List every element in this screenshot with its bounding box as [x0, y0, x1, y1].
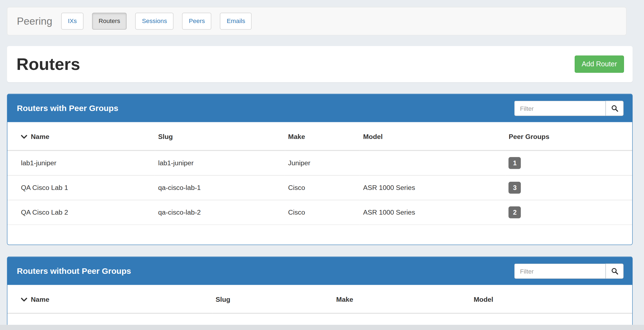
peer-group-count-badge: 1 — [509, 157, 521, 169]
page-container: Peering IXs Routers Sessions Peers Email… — [0, 0, 644, 330]
cell-model: ASR 1000 Series — [360, 200, 505, 225]
peer-group-count-badge: 3 — [509, 182, 521, 194]
cell-make: Juniper — [285, 150, 360, 175]
cell-model: ASR 1000 Series — [360, 175, 505, 200]
cell-model — [360, 150, 505, 175]
column-header-make[interactable]: Make — [285, 122, 360, 151]
search-icon — [611, 268, 618, 275]
nav-sessions-button[interactable]: Sessions — [135, 13, 173, 29]
column-header-slug[interactable]: Slug — [155, 122, 285, 151]
window-bottom-edge — [0, 325, 644, 330]
sort-chevron-down-icon — [21, 135, 27, 139]
column-header-model[interactable]: Model — [470, 285, 632, 314]
panel-heading: Routers without Peer Groups — [7, 257, 632, 285]
sort-chevron-down-icon — [21, 298, 27, 302]
peer-group-count-badge: 2 — [509, 206, 521, 218]
cell-slug: lab1-juniper — [155, 150, 285, 175]
nav-emails-button[interactable]: Emails — [220, 13, 252, 29]
column-header-slug[interactable]: Slug — [212, 285, 333, 314]
routers-without-peer-groups-table: Name Slug Make Model — [7, 285, 632, 314]
cell-make: Cisco — [285, 175, 360, 200]
search-button[interactable] — [606, 101, 624, 116]
filter-group — [514, 263, 624, 279]
panel-title: Routers with Peer Groups — [17, 103, 118, 113]
panel-heading: Routers with Peer Groups — [7, 94, 632, 122]
page-title: Routers — [16, 55, 80, 74]
cell-peer-groups: 1 — [505, 150, 632, 175]
page-header: Routers Add Router — [7, 46, 633, 82]
panel-body-spacer — [7, 225, 632, 245]
column-header-make[interactable]: Make — [333, 285, 471, 314]
panel-routers-with-peer-groups: Routers with Peer Groups — [7, 94, 633, 245]
search-button[interactable] — [606, 263, 624, 279]
brand-link[interactable]: Peering — [17, 15, 52, 27]
column-header-name[interactable]: Name — [7, 122, 155, 151]
cell-name: QA Cisco Lab 1 — [7, 175, 155, 200]
filter-group — [514, 101, 624, 116]
app-root: Peering IXs Routers Sessions Peers Email… — [0, 0, 644, 330]
column-header-name[interactable]: Name — [7, 285, 212, 314]
cell-slug: qa-cisco-lab-1 — [155, 175, 285, 200]
nav-peers-button[interactable]: Peers — [182, 13, 212, 29]
top-navbar: Peering IXs Routers Sessions Peers Email… — [7, 7, 627, 36]
cell-name: QA Cisco Lab 2 — [7, 200, 155, 225]
cell-name: lab1-juniper — [7, 150, 155, 175]
nav-ixs-button[interactable]: IXs — [61, 13, 84, 29]
filter-input[interactable] — [514, 101, 606, 116]
cell-peer-groups: 3 — [505, 175, 632, 200]
nav-routers-button[interactable]: Routers — [92, 13, 127, 29]
add-router-button[interactable]: Add Router — [575, 56, 624, 73]
search-icon — [611, 105, 618, 112]
panel-routers-without-peer-groups: Routers without Peer Groups — [7, 257, 633, 330]
table-header-row: Name Slug Make Model — [7, 285, 632, 314]
routers-with-peer-groups-table: Name Slug Make Model Peer Groups lab1-ju… — [7, 122, 632, 225]
panel-title: Routers without Peer Groups — [17, 266, 131, 276]
column-header-model[interactable]: Model — [360, 122, 505, 151]
table-header-row: Name Slug Make Model Peer Groups — [7, 122, 632, 151]
table-row: lab1-juniper lab1-juniper Juniper 1 — [7, 150, 632, 175]
table-row: QA Cisco Lab 1 qa-cisco-lab-1 Cisco ASR … — [7, 175, 632, 200]
cell-make: Cisco — [285, 200, 360, 225]
filter-input[interactable] — [514, 263, 606, 279]
column-header-peer-groups[interactable]: Peer Groups — [505, 122, 632, 151]
cell-peer-groups: 2 — [505, 200, 632, 225]
cell-slug: qa-cisco-lab-2 — [155, 200, 285, 225]
table-row: QA Cisco Lab 2 qa-cisco-lab-2 Cisco ASR … — [7, 200, 632, 225]
